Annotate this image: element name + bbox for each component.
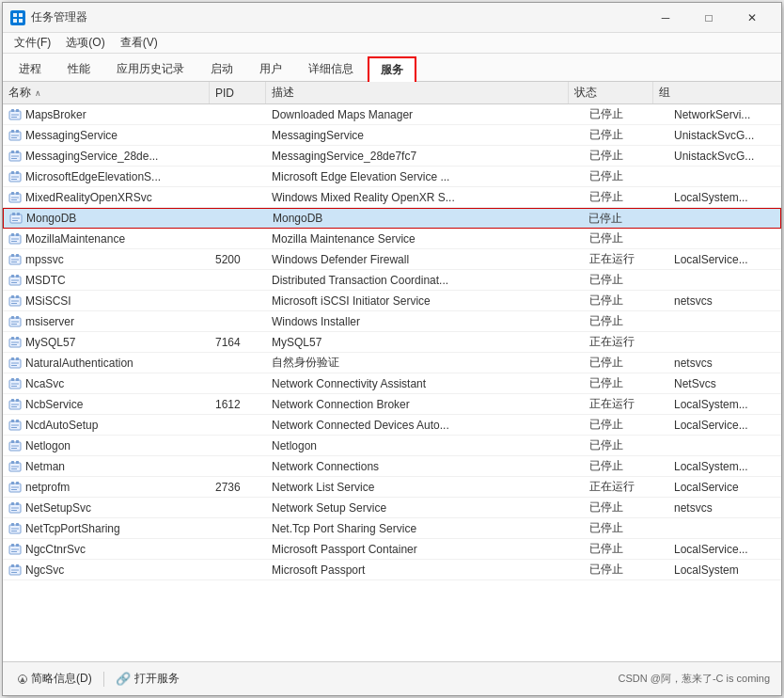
cell-pid (210, 373, 266, 393)
table-row[interactable]: MixedRealityOpenXRSvcWindows Mixed Reali… (3, 187, 781, 208)
service-icon (8, 419, 22, 432)
cell-name: mpssvc (3, 249, 210, 269)
table-row[interactable]: NetTcpPortSharingNet.Tcp Port Sharing Se… (3, 518, 781, 539)
close-button[interactable]: ✕ (730, 3, 774, 33)
service-icon (8, 522, 22, 535)
cell-name: MSDTC (3, 270, 210, 290)
cell-status: 已停止 (584, 539, 668, 559)
table-body[interactable]: MapsBrokerDownloaded Maps Manager已停止Netw… (3, 104, 781, 661)
table-row[interactable]: msiserverWindows Installer已停止 (3, 311, 781, 332)
content-area: 名称 ∧ PID 描述 状态 组 MapsBrokerDownloaded (3, 82, 781, 661)
tab-startup[interactable]: 启动 (198, 56, 245, 81)
svg-rect-96 (16, 482, 19, 484)
table-row[interactable]: NcdAutoSetupNetwork Connected Devices Au… (3, 415, 781, 436)
col-pid[interactable]: PID (210, 82, 266, 103)
table-row[interactable]: MicrosoftEdgeElevationS...Microsoft Edge… (3, 167, 781, 187)
menu-bar: 文件(F) 选项(O) 查看(V) (3, 33, 781, 54)
table-row[interactable]: NgcSvcMicrosoft Passport已停止LocalSystem (3, 560, 781, 580)
table-row[interactable]: NaturalAuthentication自然身份验证已停止netsvcs (3, 353, 781, 373)
col-status[interactable]: 状态 (569, 82, 653, 103)
cell-status: 已停止 (584, 125, 668, 145)
window-title: 任务管理器 (31, 9, 644, 25)
table-row[interactable]: MapsBrokerDownloaded Maps Manager已停止Netw… (3, 104, 781, 125)
service-icon (8, 170, 22, 183)
cell-status: 已停止 (584, 167, 668, 186)
cell-group (668, 518, 781, 538)
table-row[interactable]: NetmanNetwork Connections已停止LocalSystem.… (3, 456, 781, 477)
table-row[interactable]: NetlogonNetlogon已停止 (3, 436, 781, 456)
minimize-button[interactable]: ─ (644, 3, 687, 33)
open-services-button[interactable]: 🔗 打开服务 (112, 669, 183, 689)
svg-rect-6 (16, 109, 19, 112)
cell-status: 已停止 (584, 415, 668, 435)
svg-rect-100 (11, 502, 14, 505)
table-row[interactable]: MongoDBMongoDB已停止 (3, 208, 781, 229)
cell-status: 正在运行 (584, 477, 668, 497)
cell-status: 已停止 (584, 353, 668, 373)
cell-desc: Microsoft Edge Elevation Service ... (266, 167, 584, 186)
cell-group: UnistackSvcG... (668, 125, 781, 145)
brief-info-button[interactable]: ▲ 简略信息(D) (14, 669, 96, 689)
cell-group: UnistackSvcG... (668, 146, 781, 166)
table-row[interactable]: MessagingServiceMessagingService已停止Unist… (3, 125, 781, 146)
table-row[interactable]: NcbService1612Network Connection Broker正… (3, 394, 781, 415)
table-row[interactable]: MessagingService_28de...MessagingService… (3, 146, 781, 167)
menu-options[interactable]: 选项(O) (58, 33, 112, 53)
table-row[interactable]: NgcCtnrSvcMicrosoft Passport Container已停… (3, 539, 781, 560)
cell-name: NcaSvc (3, 373, 210, 393)
table-row[interactable]: MSDTCDistributed Transaction Coordinat..… (3, 270, 781, 291)
cell-name: msiserver (3, 311, 210, 331)
col-desc[interactable]: 描述 (266, 82, 569, 103)
svg-rect-30 (12, 213, 15, 215)
svg-rect-80 (11, 420, 14, 422)
svg-rect-25 (11, 192, 14, 195)
cell-name: MixedRealityOpenXRSvc (3, 187, 210, 207)
cell-pid (210, 560, 266, 579)
cell-group: NetSvcs (668, 373, 781, 393)
col-group[interactable]: 组 (653, 82, 766, 103)
cell-desc: MongoDB (267, 209, 583, 228)
cell-group: LocalSystem... (668, 187, 781, 207)
table-row[interactable]: mpssvc5200Windows Defender Firewall正在运行L… (3, 249, 781, 270)
cell-pid (210, 291, 266, 310)
menu-file[interactable]: 文件(F) (7, 33, 58, 53)
cell-name: MongoDB (4, 209, 211, 228)
tab-details[interactable]: 详细信息 (296, 56, 366, 81)
cell-group (668, 436, 781, 455)
title-bar: 任务管理器 ─ □ ✕ (3, 3, 781, 33)
cell-pid: 7164 (210, 332, 266, 352)
service-icon (8, 315, 22, 328)
maximize-button[interactable]: □ (687, 3, 730, 33)
footer-left: ▲ 简略信息(D) 🔗 打开服务 (14, 669, 183, 689)
svg-rect-46 (16, 275, 19, 278)
table-row[interactable]: MSiSCSIMicrosoft iSCSI Initiator Service… (3, 291, 781, 311)
cell-status: 已停止 (584, 270, 668, 290)
tab-performance[interactable]: 性能 (55, 56, 102, 81)
cell-pid (210, 125, 266, 145)
tab-processes[interactable]: 进程 (7, 56, 54, 81)
cell-pid (210, 270, 266, 290)
cell-name: MicrosoftEdgeElevationS... (3, 167, 210, 186)
cell-name: NcbService (3, 394, 210, 414)
cell-group: LocalService... (668, 415, 781, 435)
expand-icon: ▲ (18, 674, 27, 684)
svg-rect-90 (11, 461, 14, 464)
table-row[interactable]: NetSetupSvcNetwork Setup Service已停止netsv… (3, 498, 781, 518)
cell-group: netsvcs (668, 498, 781, 517)
table-row[interactable]: MySQL577164MySQL57正在运行 (3, 332, 781, 353)
tab-app-history[interactable]: 应用历史记录 (104, 56, 196, 81)
cell-desc: Mozilla Maintenance Service (266, 229, 584, 248)
table-row[interactable]: MozillaMaintenanceMozilla Maintenance Se… (3, 229, 781, 249)
cell-desc: Network Setup Service (266, 498, 584, 517)
tab-users[interactable]: 用户 (247, 56, 294, 81)
col-name[interactable]: 名称 ∧ (3, 82, 210, 103)
service-icon (8, 129, 22, 142)
table-row[interactable]: netprofm2736Network List Service正在运行Loca… (3, 477, 781, 498)
table-row[interactable]: NcaSvcNetwork Connectivity Assistant已停止N… (3, 373, 781, 394)
tab-services[interactable]: 服务 (368, 56, 416, 82)
svg-rect-66 (16, 357, 19, 360)
svg-rect-45 (11, 275, 14, 278)
menu-view[interactable]: 查看(V) (113, 33, 165, 53)
cell-pid (210, 539, 266, 559)
cell-pid (210, 229, 266, 248)
